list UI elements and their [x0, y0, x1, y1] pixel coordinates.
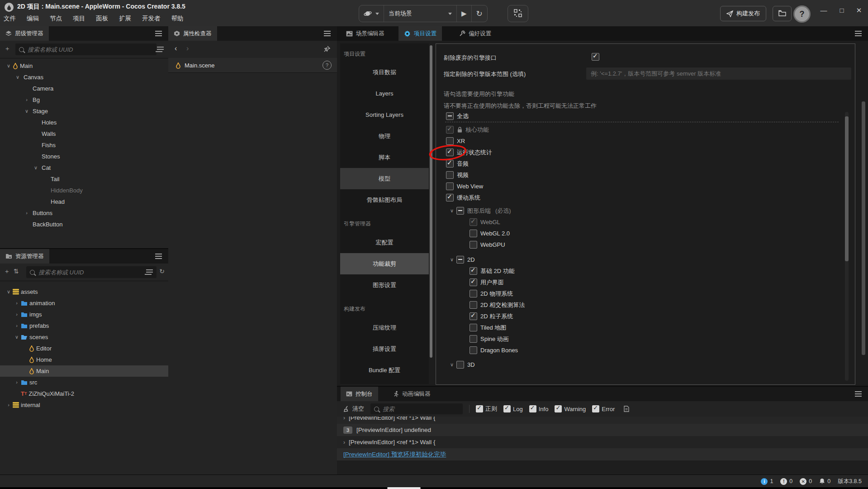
collapse-arrow-icon[interactable]: ›: [5, 399, 13, 411]
menu-node[interactable]: 节点: [50, 14, 62, 23]
collapse-arrow-icon[interactable]: ›: [13, 320, 21, 331]
menu-panel[interactable]: 面板: [96, 14, 108, 23]
history-back-icon[interactable]: ‹: [175, 44, 177, 53]
node-row-main[interactable]: ∨ Main: [0, 60, 168, 72]
assets-menu-icon[interactable]: [155, 256, 162, 257]
settings-nav-physics[interactable]: 物理: [340, 125, 429, 147]
version-range-input[interactable]: [586, 67, 851, 80]
asset-row-editor[interactable]: Editor: [0, 343, 168, 354]
asset-row-scenes[interactable]: ∨ scenes: [0, 331, 168, 343]
video-checkbox[interactable]: [446, 171, 454, 179]
node-row-holes[interactable]: Holes: [0, 117, 168, 128]
inspector-scene-row[interactable]: Main.scene ?: [168, 58, 337, 73]
collapse-arrow-icon[interactable]: ›: [23, 207, 31, 219]
tab-assets[interactable]: 资源管理器: [0, 249, 49, 264]
log-row-preview-ready[interactable]: [PreviewInEditor] 预览环境初始化完毕: [337, 448, 868, 460]
preview-target-button[interactable]: [359, 5, 384, 22]
settings-nav-scrollbar[interactable]: [430, 45, 432, 358]
feature-webview[interactable]: Web View: [446, 181, 837, 192]
feature-gfx-backend-group[interactable]: ∨ 图形后端 (必选): [447, 205, 837, 216]
console-menu-icon[interactable]: [855, 393, 862, 394]
expand-log-icon[interactable]: ›: [343, 417, 345, 421]
build-publish-button[interactable]: 构建发布: [720, 6, 766, 21]
minimize-button[interactable]: —: [817, 6, 830, 14]
assets-search-input[interactable]: [38, 268, 153, 276]
log-checkbox[interactable]: [503, 405, 511, 412]
node-row-stones[interactable]: Stones: [0, 151, 168, 162]
feature-xr[interactable]: XR: [446, 135, 837, 147]
asset-row-src[interactable]: › src: [0, 377, 168, 388]
filter-icon[interactable]: [146, 269, 153, 270]
webgpu-checkbox[interactable]: [470, 241, 477, 249]
info-checkbox[interactable]: [529, 405, 536, 412]
strip-deprecated-checkbox[interactable]: [592, 53, 599, 61]
node-row-camera[interactable]: Camera: [0, 83, 168, 94]
tab-console[interactable]: 控制台: [341, 387, 378, 401]
asset-row-internal[interactable]: › internal: [0, 399, 168, 411]
ui-checkbox[interactable]: [470, 278, 477, 286]
settings-nav-graphics[interactable]: 图形设置: [340, 274, 429, 296]
regex-checkbox[interactable]: [476, 405, 483, 412]
dragonbones-checkbox[interactable]: [470, 346, 477, 354]
help-circle-icon[interactable]: ?: [323, 61, 332, 70]
hierarchy-search-input[interactable]: [27, 46, 153, 53]
node-row-tail[interactable]: Tail: [0, 173, 168, 185]
asset-row-home[interactable]: Home: [0, 354, 168, 365]
inspector-menu-icon[interactable]: [324, 33, 331, 34]
asset-row-animation[interactable]: › animation: [0, 297, 168, 309]
webview-checkbox[interactable]: [446, 182, 454, 190]
hierarchy-menu-icon[interactable]: [155, 33, 162, 34]
feature-spine[interactable]: Spine 动画: [470, 333, 837, 345]
asset-row-font[interactable]: TT ZiZhiQuXiMaiTi-2: [0, 388, 168, 399]
filter-log[interactable]: Log: [503, 405, 523, 412]
open-project-folder-button[interactable]: [773, 6, 792, 21]
collapse-arrow-icon[interactable]: ›: [23, 94, 31, 105]
feature-2d-group[interactable]: ∨ 2D: [447, 254, 837, 265]
node-row-bg[interactable]: › Bg: [0, 94, 168, 105]
expand-arrow-icon[interactable]: ∨: [5, 286, 13, 297]
feature-ui[interactable]: 用户界面: [470, 277, 837, 288]
menu-extension[interactable]: 扩展: [119, 14, 131, 23]
base-2d-checkbox[interactable]: [470, 267, 477, 275]
hierarchy-search-box[interactable]: [15, 43, 157, 55]
feature-scrollbar-thumb[interactable]: [845, 116, 849, 261]
expand-arrow-icon[interactable]: ∨: [447, 257, 456, 263]
tab-hierarchy[interactable]: 层级管理器: [0, 26, 49, 41]
node-row-stage[interactable]: ∨ Stage: [0, 105, 168, 117]
settings-nav-sorting-layers[interactable]: Sorting Layers: [340, 104, 429, 125]
error-checkbox[interactable]: [592, 405, 599, 412]
log-row-clipped[interactable]: ›[PreviewInEditor] <ref *1> Wall {: [337, 417, 868, 424]
expand-arrow-icon[interactable]: ∨: [32, 162, 40, 173]
refresh-icon[interactable]: ↻: [159, 268, 165, 275]
feature-2d-particle[interactable]: 2D 粒子系统: [470, 311, 837, 322]
expand-arrow-icon[interactable]: ∨: [23, 105, 31, 117]
tab-animation-editor[interactable]: 动画编辑器: [388, 387, 436, 401]
clear-console-button[interactable]: 清空: [343, 405, 364, 413]
status-warning[interactable]: ! 0: [780, 478, 792, 485]
tiled-checkbox[interactable]: [470, 324, 477, 331]
sort-icon[interactable]: ⇅: [14, 268, 19, 275]
settings-nav-macro-config[interactable]: 宏配置: [340, 232, 429, 253]
node-row-buttons[interactable]: › Buttons: [0, 207, 168, 219]
tab-preferences[interactable]: 偏好设置: [454, 26, 497, 41]
close-button[interactable]: ✕: [852, 6, 866, 14]
play-button[interactable]: ▶: [457, 5, 472, 22]
physics-2d-checkbox[interactable]: [470, 290, 477, 297]
settings-nav-texture-compress[interactable]: 压缩纹理: [340, 317, 429, 338]
menu-project[interactable]: 项目: [73, 14, 85, 23]
node-row-backbutton[interactable]: BackButton: [0, 219, 168, 230]
expand-arrow-icon[interactable]: ∨: [447, 208, 456, 214]
expand-log-icon[interactable]: ›: [343, 439, 345, 446]
filter-warning[interactable]: Warning: [555, 405, 586, 412]
status-info[interactable]: i 1: [761, 478, 773, 485]
tab-scene-editor[interactable]: 场景编辑器: [341, 26, 390, 41]
filter-error[interactable]: Error: [592, 405, 615, 412]
log-row-wall[interactable]: › [PreviewInEditor] <ref *1> Wall {: [337, 436, 868, 448]
settings-nav-feature-crop[interactable]: 功能裁剪: [340, 253, 429, 274]
node-row-hiddenbody[interactable]: HiddenBody: [0, 185, 168, 196]
intersection-2d-checkbox[interactable]: [470, 301, 477, 309]
feature-runtime-stats[interactable]: 运行状态统计: [446, 147, 837, 158]
feature-tiled[interactable]: Tiled 地图: [470, 322, 837, 333]
menu-developer[interactable]: 开发者: [142, 14, 161, 23]
warning-checkbox[interactable]: [555, 405, 562, 412]
